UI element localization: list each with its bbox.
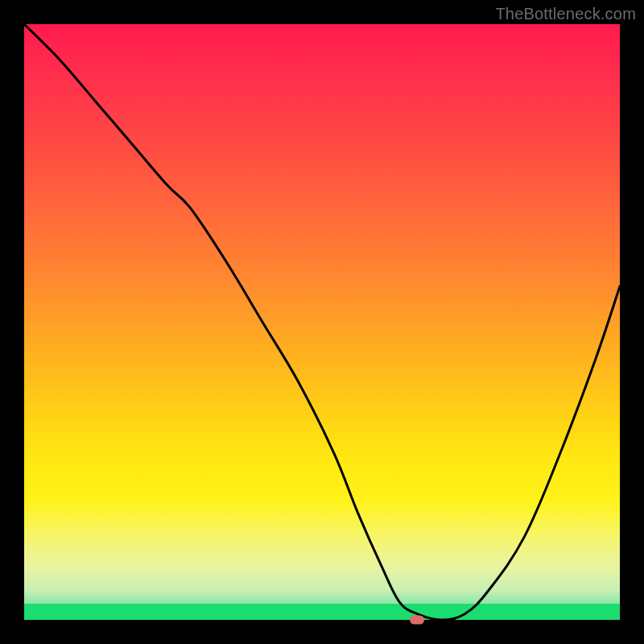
- watermark-label: TheBottleneck.com: [495, 5, 636, 23]
- optimum-marker: [410, 616, 424, 625]
- plot-area: [24, 24, 620, 620]
- chart-frame: TheBottleneck.com: [0, 0, 644, 644]
- bottleneck-curve: [24, 24, 620, 620]
